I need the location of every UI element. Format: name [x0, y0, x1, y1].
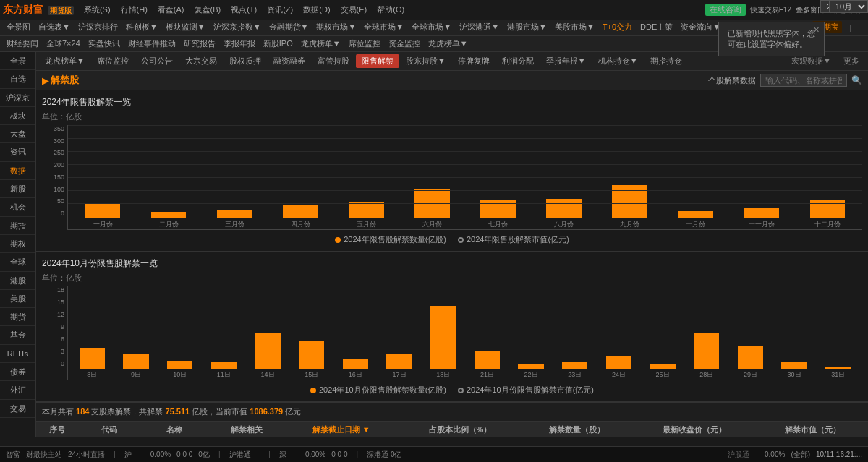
bar-apr[interactable]: 四月份 — [268, 137, 332, 229]
sidebar-item-fund[interactable]: 基金 — [0, 326, 35, 344]
tab-suspend[interactable]: 停牌复牌 — [452, 54, 495, 69]
nav2-overview[interactable]: 全景图 — [3, 20, 34, 34]
sidebar-item-us[interactable]: 美股 — [0, 290, 35, 308]
tab-announcement[interactable]: 公司公告 — [135, 54, 179, 69]
nav2-index[interactable]: 沪深京指数▼ — [210, 20, 265, 34]
tab-season[interactable]: 季报年报▼ — [540, 54, 592, 69]
bar-jun[interactable]: 六月份 — [400, 137, 464, 229]
nav2b-research[interactable]: 研究报告 — [180, 37, 219, 51]
mbar-18[interactable]: 18日 — [422, 299, 464, 380]
tab-dividend[interactable]: 利润分配 — [496, 54, 540, 69]
nav2-global1[interactable]: 全球市场▼ — [360, 20, 407, 34]
nav2-block[interactable]: 板块监测▼ — [162, 20, 209, 34]
top-nav-market[interactable]: 看盘(A) — [153, 3, 189, 17]
quick-trade-btn[interactable]: 快速交易F12 — [750, 5, 791, 15]
nav2-t0[interactable]: T+0交力 — [599, 20, 636, 34]
mbar-11[interactable]: 11日 — [203, 299, 245, 380]
nav2b-global24[interactable]: 全球7×24 — [43, 37, 84, 51]
top-nav-help[interactable]: 帮助(O) — [373, 3, 409, 17]
sidebar-item-data[interactable]: 数据 — [0, 162, 35, 180]
nav2-watchlist[interactable]: 自选表▼ — [35, 20, 74, 34]
sidebar-item-options[interactable]: 期权 — [0, 235, 35, 253]
sidebar-item-global[interactable]: 全球 — [0, 253, 35, 271]
bar-dec[interactable]: 十二月份 — [796, 137, 859, 229]
legend-annual-count[interactable]: 2024年限售股解禁数量(亿股) — [335, 234, 446, 245]
top-nav-review[interactable]: 复盘(B) — [190, 3, 226, 17]
tab-block-trade[interactable]: 大宗交易 — [179, 54, 223, 69]
mbar-14[interactable]: 14日 — [247, 299, 289, 380]
nav2-connect[interactable]: 沪深港通▼ — [456, 20, 503, 34]
bar-sep[interactable]: 九月份 — [598, 137, 662, 229]
sidebar-item-futures[interactable]: 期货 — [0, 308, 35, 326]
mbar-16[interactable]: 16日 — [334, 299, 377, 380]
sidebar-item-newstock[interactable]: 新股 — [0, 180, 35, 198]
sidebar-item-forex[interactable]: 外汇 — [0, 381, 35, 399]
mbar-15[interactable]: 15日 — [290, 299, 333, 380]
nav2b-events[interactable]: 财经事件推动 — [124, 37, 179, 51]
th-date[interactable]: 解禁截止日期 ▼ — [284, 422, 398, 437]
search-btn[interactable]: 🔍 — [851, 75, 862, 85]
tab-seat[interactable]: 席位监控 — [91, 54, 135, 69]
legend-monthly-value[interactable]: 2024年10月份限售股解禁市值(亿元) — [458, 385, 594, 395]
tab-shareholder[interactable]: 股东持股▼ — [400, 54, 451, 69]
nav2-hk[interactable]: 港股市场▼ — [503, 20, 550, 34]
sidebar-item-reits[interactable]: REITs — [0, 345, 35, 363]
mbar-25[interactable]: 25日 — [642, 299, 684, 380]
nav2b-dragon[interactable]: 龙虎榜单▼ — [297, 37, 344, 51]
status-live[interactable]: 24小时直播 — [68, 450, 105, 460]
mbar-24[interactable]: 24日 — [597, 299, 640, 380]
online-consult-btn[interactable]: 在线咨询 — [705, 4, 746, 16]
nav2b-new-stock[interactable]: 新股IPO — [260, 37, 297, 51]
search-input[interactable] — [760, 74, 847, 87]
top-nav-trade[interactable]: 交易(E) — [336, 3, 372, 17]
bar-mar[interactable]: 三月份 — [203, 137, 266, 229]
sidebar-item-bond[interactable]: 债券 — [0, 363, 35, 381]
mbar-30[interactable]: 30日 — [773, 299, 816, 380]
bar-aug[interactable]: 八月份 — [532, 137, 596, 229]
tab-dragon[interactable]: 龙虎榜单▼ — [39, 54, 90, 69]
nav2-kcb[interactable]: 科创板▼ — [122, 20, 161, 34]
tab-margin[interactable]: 融资融券 — [268, 54, 311, 69]
nav2-options[interactable]: 期权市场▼ — [312, 20, 359, 34]
sidebar-item-opportunity[interactable]: 机会 — [0, 198, 35, 216]
tooltip-close-btn[interactable]: ✕ — [813, 25, 820, 35]
nav2b-seat[interactable]: 席位监控 — [345, 37, 384, 51]
status-wisdom[interactable]: 智富 — [6, 450, 20, 460]
sidebar-item-watchlist[interactable]: 自选 — [0, 70, 35, 88]
nav2b-live[interactable]: 实盘快讯 — [85, 37, 124, 51]
top-nav-system[interactable]: 系统(S) — [80, 3, 115, 17]
nav2-fund-flow[interactable]: 资金流向▼ — [677, 20, 724, 34]
sidebar-item-news[interactable]: 资讯 — [0, 143, 35, 161]
tab-futures-pos[interactable]: 期指持仓 — [644, 54, 688, 69]
top-nav-news[interactable]: 资讯(Z) — [263, 3, 297, 17]
mbar-21[interactable]: 21日 — [466, 299, 509, 380]
bar-feb[interactable]: 二月份 — [137, 137, 200, 229]
th-value[interactable]: 解禁市值（元） — [757, 422, 868, 437]
mbar-10[interactable]: 10日 — [158, 299, 201, 380]
nav2b-dragon2[interactable]: 龙虎榜单▼ — [425, 37, 472, 51]
nav2b-finance-news[interactable]: 财经要闻 — [3, 37, 42, 51]
sidebar-item-trade[interactable]: 交易 — [0, 400, 35, 418]
mbar-31[interactable]: 31日 — [817, 299, 859, 380]
th-type[interactable]: 解禁相关 — [209, 422, 284, 437]
bar-oct[interactable]: 十月份 — [664, 137, 728, 229]
top-nav-data[interactable]: 数据(D) — [299, 3, 334, 17]
sidebar-item-market[interactable]: 大盘 — [0, 125, 35, 143]
sidebar-item-futures-index[interactable]: 期指 — [0, 217, 35, 235]
tab-pledge[interactable]: 股权质押 — [224, 54, 267, 69]
sidebar-item-overview[interactable]: 全景 — [0, 52, 35, 70]
legend-annual-value[interactable]: 2024年限售股解禁市值(亿元) — [458, 234, 569, 245]
nav2b-stop[interactable]: 资金监控 — [385, 37, 424, 51]
mbar-29[interactable]: 29日 — [729, 299, 772, 380]
nav2-ranking[interactable]: 沪深京排行 — [75, 20, 122, 34]
bar-nov[interactable]: 十一月份 — [730, 137, 793, 229]
nav2-futures[interactable]: 金融期货▼ — [265, 20, 312, 34]
bar-jul[interactable]: 七月份 — [466, 137, 529, 229]
bar-may[interactable]: 五月份 — [334, 137, 398, 229]
tab-unlock[interactable]: 限售解禁 — [356, 54, 399, 68]
tab-institution[interactable]: 机构持仓▼ — [592, 54, 644, 69]
top-nav-viewpoint[interactable]: 视点(T) — [226, 3, 261, 17]
nav2b-season[interactable]: 季报年报 — [220, 37, 259, 51]
top-nav-quote[interactable]: 行情(H) — [116, 3, 152, 17]
sidebar-item-block[interactable]: 板块 — [0, 107, 35, 125]
